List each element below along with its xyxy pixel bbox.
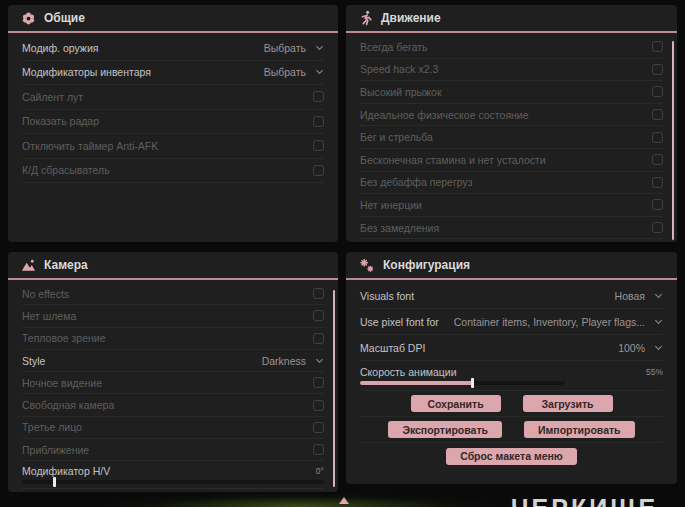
option-row: StyleDarkness xyxy=(22,350,324,372)
checkbox[interactable] xyxy=(652,86,663,97)
buttons-container: СохранитьЗагрузитьЭкспортироватьИмпортир… xyxy=(346,391,677,469)
checkbox[interactable] xyxy=(313,333,324,344)
slider-fill xyxy=(360,381,473,385)
panel-title: Движение xyxy=(381,11,441,25)
dropdown-value: Выбрать xyxy=(264,66,306,78)
row-label: Без замедления xyxy=(360,222,439,234)
row-label: Отключить таймер Anti-AFK xyxy=(22,140,158,152)
hud-location-label: ЧЕРКИЩЕ xyxy=(511,494,658,507)
checkbox[interactable] xyxy=(652,222,663,233)
row-label: Всегда бегать xyxy=(360,41,428,53)
option-row: Без дебаффа перегруз xyxy=(360,172,663,195)
panel-camera: Камера No effectsНет шлемаТепловое зрени… xyxy=(8,252,338,492)
option-row: Идеальное физическое состояние xyxy=(360,104,663,127)
checkbox-wrap xyxy=(652,109,663,120)
option-row: Приближение xyxy=(22,439,324,461)
dropdown[interactable]: 100% xyxy=(618,342,663,354)
option-row: Нет инерции xyxy=(360,194,663,217)
checkbox-wrap xyxy=(652,132,663,143)
checkbox-wrap xyxy=(652,86,663,97)
checkbox-wrap xyxy=(313,140,324,151)
dropdown[interactable]: Darkness xyxy=(262,355,324,367)
checkbox[interactable] xyxy=(313,165,324,176)
action-button[interactable]: Экспортировать xyxy=(388,421,502,438)
rows-container: No effectsНет шлемаТепловое зрениеStyleD… xyxy=(8,280,338,489)
action-button[interactable]: Импортировать xyxy=(524,421,635,438)
panel-config: Конфигурация Visuals fontНоваяUse pixel … xyxy=(346,252,677,484)
checkbox-wrap xyxy=(652,199,663,210)
row-label: Нет инерции xyxy=(360,199,422,211)
checkbox-wrap xyxy=(313,400,324,411)
slider[interactable] xyxy=(22,480,324,484)
option-row: No effects xyxy=(22,283,324,305)
compass-marker-icon xyxy=(339,497,349,504)
row-label: Приближение xyxy=(22,444,89,456)
scrollbar[interactable] xyxy=(672,41,674,240)
chevron-down-icon xyxy=(316,43,323,50)
row-label: Высокий прыжок xyxy=(360,86,442,98)
row-label: Нет шлема xyxy=(22,310,76,322)
screen: ЧЕРКИЩЕ Общие Модиф. оружияВыбратьМодифи… xyxy=(0,0,685,507)
row-label: Speed hack x2.3 xyxy=(360,63,438,75)
option-row: Visuals fontНовая xyxy=(360,283,663,309)
dropdown[interactable]: Container items, Inventory, Player flags… xyxy=(454,316,663,328)
checkbox[interactable] xyxy=(652,132,663,143)
checkbox-wrap xyxy=(313,288,324,299)
runner-icon xyxy=(359,10,373,26)
checkbox[interactable] xyxy=(313,91,324,102)
scrollbar[interactable] xyxy=(333,290,335,487)
dropdown[interactable]: Выбрать xyxy=(264,42,324,54)
panel-title: Камера xyxy=(44,258,88,272)
checkbox[interactable] xyxy=(313,377,324,388)
option-row: Модиф. оружияВыбрать xyxy=(22,36,324,61)
gears-icon xyxy=(359,258,375,273)
checkbox[interactable] xyxy=(652,199,663,210)
slider[interactable] xyxy=(360,381,565,385)
chevron-down-icon xyxy=(316,355,323,362)
panel-general: Общие Модиф. оружияВыбратьМодификаторы и… xyxy=(8,5,338,242)
mountain-image-icon xyxy=(21,258,36,272)
row-label: Модиф. оружия xyxy=(22,42,98,54)
panel-movement: Движение Всегда бегатьSpeed hack x2.3Выс… xyxy=(346,5,677,242)
dropdown[interactable]: Новая xyxy=(615,290,663,302)
checkbox[interactable] xyxy=(313,310,324,321)
action-button[interactable]: Сохранить xyxy=(411,395,501,412)
slider-handle[interactable] xyxy=(471,378,474,388)
option-row: Высокий прыжок xyxy=(360,81,663,104)
checkbox[interactable] xyxy=(652,41,663,52)
action-button[interactable]: Сброс макета меню xyxy=(446,448,577,465)
checkbox[interactable] xyxy=(313,116,324,127)
option-row: Показать радар xyxy=(22,110,324,135)
checkbox[interactable] xyxy=(313,288,324,299)
option-row: Третье лицо xyxy=(22,417,324,439)
action-button[interactable]: Загрузить xyxy=(523,395,613,412)
option-row: К/Д сбрасыватель xyxy=(22,159,324,184)
option-row: Свободная камера xyxy=(22,394,324,416)
checkbox[interactable] xyxy=(313,140,324,151)
checkbox[interactable] xyxy=(313,400,324,411)
option-row: Модификаторы инвентаряВыбрать xyxy=(22,61,324,86)
checkbox-wrap xyxy=(313,310,324,321)
chevron-down-icon xyxy=(316,67,323,74)
slider-handle[interactable] xyxy=(53,477,56,487)
slider-value: 0° xyxy=(316,466,324,476)
dropdown-value: Новая xyxy=(615,290,645,302)
checkbox[interactable] xyxy=(652,109,663,120)
option-row: Бесконечная стамина и нет усталости xyxy=(360,149,663,172)
row-label: Скорость анимации xyxy=(360,366,457,378)
dropdown-value: 100% xyxy=(618,342,645,354)
panel-header: Движение xyxy=(346,5,677,33)
checkbox-wrap xyxy=(652,64,663,75)
dropdown-value: Container items, Inventory, Player flags… xyxy=(454,316,645,328)
checkbox[interactable] xyxy=(313,422,324,433)
checkbox-wrap xyxy=(313,116,324,127)
checkbox[interactable] xyxy=(652,177,663,188)
option-row: Бег и стрельба xyxy=(360,126,663,149)
checkbox[interactable] xyxy=(313,444,324,455)
checkbox[interactable] xyxy=(652,154,663,165)
checkbox-wrap xyxy=(652,222,663,233)
checkbox[interactable] xyxy=(652,64,663,75)
dropdown[interactable]: Выбрать xyxy=(264,66,324,78)
row-label: Модификаторы инвентаря xyxy=(22,66,151,78)
flower-icon xyxy=(21,11,36,26)
